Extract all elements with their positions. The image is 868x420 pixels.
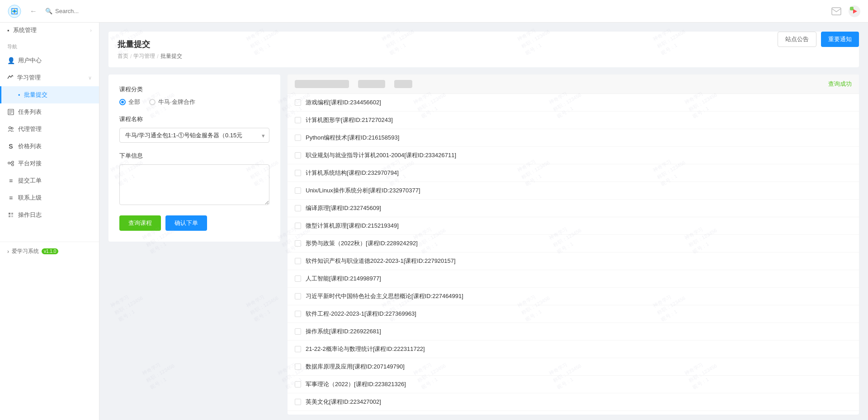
list-item[interactable]: 21-22-2概率论与数理统计[课程ID:222311722] bbox=[288, 341, 859, 358]
log-icon bbox=[7, 211, 14, 219]
list-item[interactable]: 英美文化[课程ID:223427002] bbox=[288, 393, 859, 411]
svg-rect-18 bbox=[12, 161, 14, 163]
list-item[interactable]: Unix/Linux操作系统分析[课程ID:232970377] bbox=[288, 182, 859, 200]
course-checkbox[interactable] bbox=[295, 258, 301, 264]
agent-icon bbox=[7, 126, 14, 133]
breadcrumb-home[interactable]: 首页 bbox=[118, 52, 128, 60]
course-checkbox[interactable] bbox=[295, 328, 301, 335]
main-layout: ▪ 系统管理 › 导航 👤 用户中心 学习管理 ∨ • 批量提交 bbox=[0, 23, 868, 420]
breadcrumb-learning[interactable]: 学习管理 bbox=[133, 52, 155, 60]
chevron-down-icon: ∨ bbox=[88, 75, 92, 81]
course-name-label: 课程名称 bbox=[119, 115, 269, 123]
svg-rect-10 bbox=[850, 7, 854, 10]
svg-rect-19 bbox=[12, 164, 14, 166]
list-item[interactable]: 习近平新时代中国特色社会主义思想概论[课程ID:227464991] bbox=[288, 288, 859, 305]
course-checkbox[interactable] bbox=[295, 117, 301, 123]
svg-point-15 bbox=[9, 127, 11, 129]
course-checkbox[interactable] bbox=[295, 170, 301, 176]
platform-icon bbox=[7, 160, 14, 167]
breadcrumb: 首页 / 学习管理 / 批量提交 bbox=[118, 52, 850, 60]
sidebar-item-platform-docking[interactable]: 平台对接 bbox=[0, 155, 99, 172]
sidebar-version[interactable]: › 爱学习系统 v1.1.0 bbox=[7, 247, 92, 255]
course-checkbox[interactable] bbox=[295, 364, 301, 370]
list-item[interactable]: 软件知识产权与职业道德2022-2023-1[课程ID:227920157] bbox=[288, 252, 859, 270]
sidebar-item-system-management[interactable]: ▪ 系统管理 › bbox=[0, 23, 99, 38]
back-button[interactable]: ← bbox=[27, 5, 40, 17]
list-item[interactable]: 计算机图形学[课程ID:217270243] bbox=[288, 112, 859, 129]
confirm-order-button[interactable]: 确认下单 bbox=[165, 215, 207, 231]
course-name-group: 课程名称 牛马/学习通全包1:1-①号铂金服务器（0.15元 bbox=[119, 115, 269, 143]
sidebar-item-user-center[interactable]: 👤 用户中心 bbox=[0, 52, 99, 69]
action-row: 查询课程 确认下单 bbox=[119, 215, 269, 231]
sidebar-item-agent-management[interactable]: 代理管理 bbox=[0, 121, 99, 138]
course-checkbox[interactable] bbox=[295, 240, 301, 247]
breadcrumb-current: 批量提交 bbox=[160, 52, 182, 60]
query-info-blurred-3 bbox=[394, 80, 412, 88]
course-checkbox[interactable] bbox=[295, 99, 301, 106]
page-header: 批量提交 首页 / 学习管理 / 批量提交 bbox=[108, 32, 859, 67]
search-bar[interactable]: 🔍 bbox=[45, 8, 825, 14]
course-checkbox[interactable] bbox=[295, 381, 301, 387]
system-icon: ▪ bbox=[7, 27, 9, 34]
course-checkbox[interactable] bbox=[295, 223, 301, 229]
course-checkbox[interactable] bbox=[295, 152, 301, 159]
sidebar-item-operation-log[interactable]: 操作日志 bbox=[0, 206, 99, 224]
sidebar-item-learning-management[interactable]: 学习管理 ∨ bbox=[0, 69, 99, 86]
video-icon[interactable] bbox=[848, 5, 861, 18]
list-item[interactable]: 形势与政策（2022秋）[课程ID:228924292] bbox=[288, 235, 859, 252]
sidebar-item-submit-workorder[interactable]: ≡ 提交工单 bbox=[0, 172, 99, 189]
workorder-icon: ≡ bbox=[7, 177, 14, 184]
radio-all[interactable]: 全部 bbox=[119, 98, 140, 106]
app-logo bbox=[7, 4, 22, 19]
query-success-text: 查询成功 bbox=[828, 80, 852, 88]
price-icon: S bbox=[7, 143, 14, 150]
mail-icon[interactable] bbox=[830, 5, 843, 18]
list-item[interactable]: 计算机组成原理[课程ID:223255942] bbox=[288, 411, 859, 415]
learning-icon bbox=[7, 74, 14, 82]
list-item[interactable]: 编译原理[课程ID:232745609] bbox=[288, 200, 859, 217]
search-input[interactable] bbox=[55, 8, 146, 14]
course-checkbox[interactable] bbox=[295, 399, 301, 405]
list-item[interactable]: 人工智能[课程ID:214998977] bbox=[288, 270, 859, 288]
top-nav: ← 🔍 bbox=[0, 0, 868, 23]
course-checkbox[interactable] bbox=[295, 311, 301, 317]
sidebar-item-price-list[interactable]: S 价格列表 bbox=[0, 138, 99, 155]
course-type-label: 课程分类 bbox=[119, 85, 269, 93]
course-type-radio-group: 全部 牛马·金牌合作 bbox=[119, 98, 269, 106]
page-title: 批量提交 bbox=[118, 39, 850, 50]
svg-rect-25 bbox=[11, 215, 13, 217]
course-checkbox[interactable] bbox=[295, 187, 301, 194]
important-notice-button[interactable]: 重要通知 bbox=[821, 32, 859, 47]
sidebar-item-task-list[interactable]: 任务列表 bbox=[0, 103, 99, 121]
right-panel: 查询成功 游戏编程[课程ID:234456602] 计算机图形学[课程ID:21… bbox=[288, 75, 859, 415]
list-item[interactable]: 计算机系统结构[课程ID:232970794] bbox=[288, 164, 859, 182]
two-col-layout: 课程分类 全部 牛马·金牌合作 bbox=[108, 75, 859, 415]
course-name-select[interactable]: 牛马/学习通全包1:1-①号铂金服务器（0.15元 bbox=[119, 128, 269, 143]
sidebar-item-batch-submit[interactable]: • 批量提交 bbox=[0, 86, 99, 103]
course-name-select-wrapper: 牛马/学习通全包1:1-①号铂金服务器（0.15元 bbox=[119, 128, 269, 143]
list-item[interactable]: 软件工程-2022-2023-1[课程ID:227369963] bbox=[288, 305, 859, 323]
list-item[interactable]: 军事理论（2022）[课程ID:223821326] bbox=[288, 376, 859, 393]
course-checkbox[interactable] bbox=[295, 275, 301, 282]
query-info-blurred-1 bbox=[295, 80, 349, 88]
list-item[interactable]: 游戏编程[课程ID:234456602] bbox=[288, 94, 859, 112]
course-checkbox[interactable] bbox=[295, 293, 301, 299]
list-item[interactable]: Python编程技术[课程ID:216158593] bbox=[288, 129, 859, 147]
sidebar-item-contact-superior[interactable]: ≡ 联系上级 bbox=[0, 189, 99, 206]
order-info-textarea[interactable] bbox=[119, 164, 269, 205]
site-notice-button[interactable]: 站点公告 bbox=[778, 32, 816, 47]
list-item[interactable]: 职业规划与就业指导计算机2001-2004[课程ID:233426711] bbox=[288, 147, 859, 164]
radio-all-circle bbox=[119, 99, 126, 105]
order-info-label: 下单信息 bbox=[119, 152, 269, 160]
course-checkbox[interactable] bbox=[295, 135, 301, 141]
svg-rect-24 bbox=[9, 215, 10, 217]
list-item[interactable]: 操作系统[课程ID:226922681] bbox=[288, 323, 859, 341]
list-item[interactable]: 数据库原理及应用[课程ID:207149790] bbox=[288, 358, 859, 376]
list-item[interactable]: 微型计算机原理[课程ID:215219349] bbox=[288, 217, 859, 235]
course-checkbox[interactable] bbox=[295, 205, 301, 211]
course-checkbox[interactable] bbox=[295, 346, 301, 352]
svg-point-16 bbox=[11, 127, 13, 129]
radio-bull[interactable]: 牛马·金牌合作 bbox=[149, 98, 195, 106]
order-info-group: 下单信息 bbox=[119, 152, 269, 206]
query-course-button[interactable]: 查询课程 bbox=[119, 215, 161, 231]
